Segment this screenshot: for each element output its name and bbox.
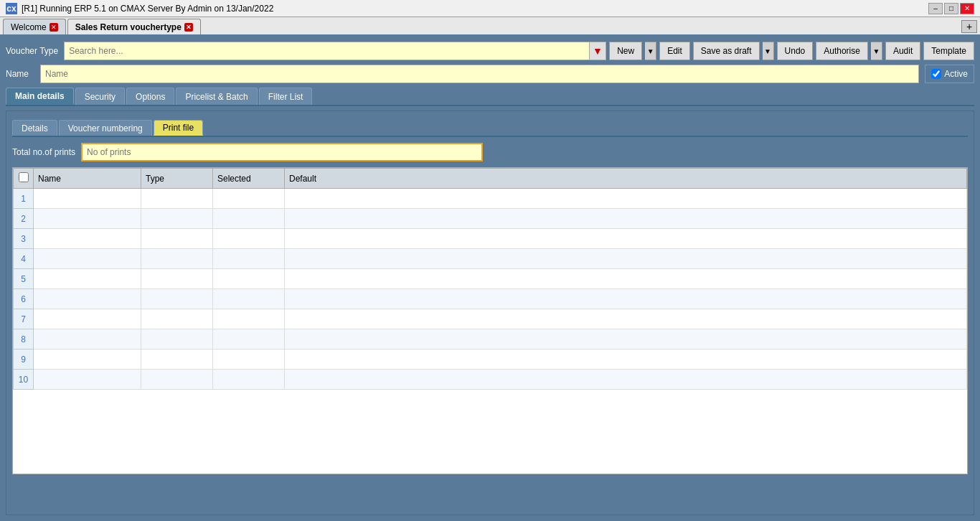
table-row: 7 xyxy=(14,309,967,329)
cell-selected xyxy=(213,229,285,249)
row-number: 10 xyxy=(14,370,34,390)
tab-welcome-label: Welcome xyxy=(11,22,47,32)
row-number: 9 xyxy=(14,349,34,370)
select-all-checkbox[interactable] xyxy=(19,172,29,182)
cell-name xyxy=(34,249,141,269)
minimize-button[interactable]: – xyxy=(928,3,943,14)
cell-selected xyxy=(213,289,285,309)
table-row: 2 xyxy=(14,209,967,229)
footer-area xyxy=(12,480,968,509)
row-number: 3 xyxy=(14,229,34,249)
cell-selected xyxy=(213,329,285,349)
active-label: Active xyxy=(944,69,968,79)
cell-name xyxy=(34,370,141,390)
new-dropdown-button[interactable]: ▼ xyxy=(645,42,656,60)
table-row: 4 xyxy=(14,249,967,269)
tab-welcome[interactable]: Welcome ✕ xyxy=(3,19,66,34)
cell-type xyxy=(141,349,213,370)
row-number: 2 xyxy=(14,209,34,229)
cell-default xyxy=(285,269,967,289)
tab-filter-list[interactable]: Filter List xyxy=(259,88,313,105)
cell-default xyxy=(285,229,967,249)
cell-type xyxy=(141,229,213,249)
voucher-type-label: Voucher Type xyxy=(6,46,61,56)
template-button[interactable]: Template xyxy=(923,42,974,60)
cell-type xyxy=(141,329,213,349)
undo-button[interactable]: Undo xyxy=(777,42,814,60)
col-header-default: Default xyxy=(285,169,967,189)
sub-tab-voucher-numbering[interactable]: Voucher numbering xyxy=(59,120,152,136)
save-as-draft-button[interactable]: Save as draft xyxy=(693,42,760,60)
cell-type xyxy=(141,309,213,329)
table-row: 5 xyxy=(14,269,967,289)
tab-list: Welcome ✕ Sales Return vouchertype ✕ xyxy=(3,19,201,34)
cell-name xyxy=(34,209,141,229)
table-row: 8 xyxy=(14,329,967,349)
row-number: 1 xyxy=(14,189,34,209)
sub-tab-details[interactable]: Details xyxy=(12,120,57,136)
main-content: Voucher Type ▼ New ▼ Edit Save as draft … xyxy=(0,36,980,521)
save-dropdown-button[interactable]: ▼ xyxy=(763,42,774,60)
row-number: 8 xyxy=(14,329,34,349)
cell-name xyxy=(34,189,141,209)
search-input[interactable] xyxy=(64,42,590,60)
main-tabs: Main details Security Options Pricelist … xyxy=(6,88,974,106)
row-number: 6 xyxy=(14,289,34,309)
new-button[interactable]: New xyxy=(609,42,642,60)
tab-pricelist-batch[interactable]: Pricelist & Batch xyxy=(176,88,257,105)
cell-name xyxy=(34,289,141,309)
tab-welcome-close[interactable]: ✕ xyxy=(50,23,58,32)
tab-sales-return-close[interactable]: ✕ xyxy=(184,23,193,32)
name-row: Name Active xyxy=(6,65,974,83)
cell-default xyxy=(285,209,967,229)
authorise-button[interactable]: Authorise xyxy=(816,42,868,60)
sub-tab-print-file[interactable]: Print file xyxy=(154,120,203,136)
cell-type xyxy=(141,370,213,390)
cell-type xyxy=(141,269,213,289)
authorise-dropdown-button[interactable]: ▼ xyxy=(871,42,882,60)
cell-name xyxy=(34,269,141,289)
table-row: 10 xyxy=(14,370,967,390)
table-row: 3 xyxy=(14,229,967,249)
sub-tabs: Details Voucher numbering Print file xyxy=(12,117,968,137)
cell-name xyxy=(34,329,141,349)
header-checkbox-cell xyxy=(14,169,34,189)
search-dropdown-button[interactable]: ▼ xyxy=(590,42,606,60)
dropdown-arrow-icon: ▼ xyxy=(593,45,603,57)
tab-sales-return[interactable]: Sales Return vouchertype ✕ xyxy=(67,19,201,34)
name-input[interactable] xyxy=(40,65,919,83)
tab-security[interactable]: Security xyxy=(75,88,125,105)
close-button[interactable]: ✕ xyxy=(960,3,974,14)
tab-options[interactable]: Options xyxy=(126,88,174,105)
edit-button[interactable]: Edit xyxy=(659,42,690,60)
col-header-selected: Selected xyxy=(213,169,285,189)
active-checkbox[interactable] xyxy=(931,69,941,79)
cell-selected xyxy=(213,249,285,269)
search-container: ▼ xyxy=(64,42,606,60)
maximize-button[interactable]: □ xyxy=(944,3,958,14)
window-title: [R1] Running ERP 5.1 on CMAX Server By A… xyxy=(22,4,273,14)
prints-row: Total no.of prints xyxy=(12,143,968,161)
cell-name xyxy=(34,229,141,249)
content-panel: Details Voucher numbering Print file Tot… xyxy=(6,111,974,515)
toolbar: Voucher Type ▼ New ▼ Edit Save as draft … xyxy=(6,42,974,60)
cell-selected xyxy=(213,370,285,390)
tab-main-details[interactable]: Main details xyxy=(6,88,74,105)
add-tab-button[interactable]: + xyxy=(961,20,977,33)
audit-button[interactable]: Audit xyxy=(885,42,920,60)
cell-default xyxy=(285,309,967,329)
name-label: Name xyxy=(6,69,34,79)
cell-default xyxy=(285,329,967,349)
cell-name xyxy=(34,309,141,329)
active-section: Active xyxy=(925,65,974,83)
print-file-grid: Name Type Selected Default 12345678910 xyxy=(12,167,968,474)
cell-selected xyxy=(213,209,285,229)
tab-bar: Welcome ✕ Sales Return vouchertype ✕ + xyxy=(0,17,980,36)
col-header-name: Name xyxy=(34,169,141,189)
row-number: 4 xyxy=(14,249,34,269)
row-number: 5 xyxy=(14,269,34,289)
table-row: 9 xyxy=(14,349,967,370)
total-prints-input[interactable] xyxy=(81,143,483,161)
cell-type xyxy=(141,189,213,209)
app-icon: cx xyxy=(6,3,17,14)
